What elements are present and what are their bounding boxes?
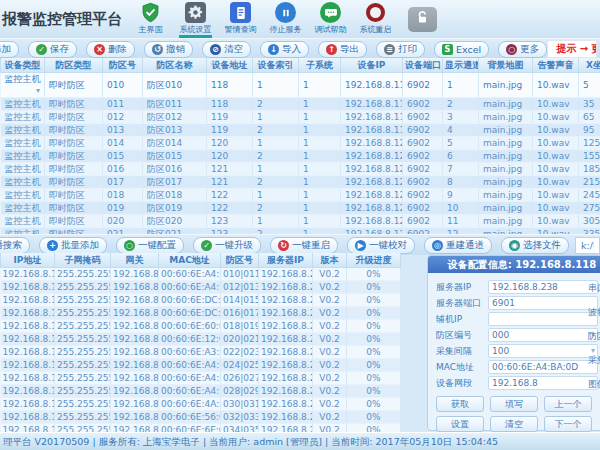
column-header[interactable]: 服务器IP: [259, 253, 313, 268]
cell: 028|029: [221, 385, 259, 398]
column-header[interactable]: 设备地址: [207, 58, 253, 73]
device-type-dropdown-caret[interactable]: ▾: [36, 85, 40, 97]
print-button[interactable]: ≡打印: [376, 41, 425, 58]
table-row[interactable]: 192.168.8.120255.255.255.0192.168.8.100:…: [1, 294, 401, 307]
field-label: 设备网段: [436, 377, 488, 390]
prev-button[interactable]: 上一个: [544, 396, 592, 412]
column-header[interactable]: 防区类型: [45, 58, 103, 73]
one-key-calibrate-button[interactable]: ▶一键校对: [347, 237, 415, 254]
table-row[interactable]: 192.168.8.118255.255.255.0192.168.8.100:…: [1, 268, 401, 281]
table-row[interactable]: 监控主机即时防区011防区01111821192.168.8.11869022m…: [1, 98, 600, 111]
zone-number-select[interactable]: 000▾: [488, 328, 598, 342]
button-label: 清空: [224, 43, 243, 56]
one-key-config-button[interactable]: ○一键配置: [116, 237, 184, 254]
table-row[interactable]: 监控主机即时防区020防区02012311192.168.8.123690211…: [1, 215, 600, 228]
column-header[interactable]: 网关: [111, 253, 159, 268]
upgrade-file-path-input[interactable]: [575, 237, 600, 254]
batch-add-button[interactable]: +批量添加: [39, 237, 107, 254]
table-row[interactable]: 192.168.8.124255.255.255.0192.168.8.100:…: [1, 346, 401, 359]
set-button[interactable]: 设置: [436, 416, 484, 432]
rebuild-channel-button[interactable]: ◎重建通道: [424, 237, 492, 254]
save-button[interactable]: ✓保存: [28, 41, 77, 58]
cell: 015: [103, 150, 143, 163]
table-row[interactable]: 监控主机即时防区015防区01512021192.168.8.12069026m…: [1, 150, 600, 163]
column-header[interactable]: 设备端口: [403, 58, 443, 73]
column-header[interactable]: 设备类型: [1, 58, 45, 73]
column-header[interactable]: MAC地址: [159, 253, 221, 268]
table-row[interactable]: 192.168.8.122255.255.255.0192.168.8.100:…: [1, 320, 401, 333]
undo-button[interactable]: ↺撤销: [144, 41, 193, 58]
cell: 10.wav: [533, 202, 579, 215]
table-row[interactable]: 监控主机即时防区018防区01812211192.168.8.12269029m…: [1, 189, 600, 202]
column-header[interactable]: X坐标: [579, 58, 600, 73]
next-button[interactable]: 下一个: [544, 416, 592, 432]
nav-main-screen[interactable]: 主界面: [128, 0, 173, 38]
clear-button[interactable]: ⊘清空: [202, 41, 251, 58]
nav-system-restart[interactable]: 系统重启: [353, 0, 398, 38]
cell: 192.168.8.238: [259, 320, 313, 333]
nav-system-settings[interactable]: 系统设置: [173, 0, 218, 38]
table-row[interactable]: 192.168.8.126255.255.255.0192.168.8.100:…: [1, 372, 401, 385]
panel-clear-button[interactable]: 清空: [490, 416, 538, 432]
device-subnet-field[interactable]: 192.168.8: [488, 376, 598, 390]
add-button[interactable]: +添加: [0, 41, 19, 58]
import-button[interactable]: ↓导入: [260, 41, 309, 58]
fill-button[interactable]: 填写: [490, 396, 538, 412]
table-row[interactable]: 监控主机即时防区013防区01311921192.168.8.11969024m…: [1, 124, 600, 137]
cell: 6902: [403, 98, 443, 111]
column-header[interactable]: 设备索引: [253, 58, 299, 73]
cell: 11: [443, 215, 479, 228]
delete-button[interactable]: ×删除: [86, 41, 135, 58]
one-key-restart-button[interactable]: ↻一键重启: [270, 237, 338, 254]
table-row[interactable]: 监控主机即时防区016防区01612111192.168.8.12169027m…: [1, 163, 600, 176]
aux-ip-field[interactable]: [488, 312, 598, 326]
column-header[interactable]: IP地址: [1, 253, 55, 268]
cell: 1: [443, 73, 479, 98]
column-header[interactable]: 版本: [313, 253, 347, 268]
column-header[interactable]: 防区号: [103, 58, 143, 73]
table-row[interactable]: 监控主机即时防区012防区01211911192.168.8.11969023m…: [1, 111, 600, 124]
collect-interval-select[interactable]: 100▾: [488, 344, 598, 358]
table-row[interactable]: 192.168.8.129255.255.255.0192.168.8.100:…: [1, 411, 401, 424]
table-row[interactable]: 192.168.8.130255.255.255.0192.168.8.100:…: [1, 424, 401, 433]
column-header[interactable]: 升级进度: [347, 253, 401, 268]
unlock-button[interactable]: [408, 7, 437, 32]
column-header[interactable]: 背景地图: [479, 58, 533, 73]
table-row[interactable]: 监控主机即时防区017防区01712121192.168.8.12169028m…: [1, 176, 600, 189]
column-header[interactable]: 子网掩码: [55, 253, 111, 268]
cell: 192.168.8.1: [111, 333, 159, 346]
separator: |: [322, 436, 331, 447]
column-header[interactable]: 防区名称: [143, 58, 207, 73]
column-header[interactable]: 防区号: [221, 253, 259, 268]
table-row[interactable]: 监控主机▾即时防区010防区01011811192.168.8.11869021…: [1, 73, 600, 98]
column-header[interactable]: 显示通道: [443, 58, 479, 73]
table-row[interactable]: 192.168.8.125255.255.255.0192.168.8.100:…: [1, 359, 401, 372]
get-button[interactable]: 获取: [436, 396, 484, 412]
mac-address-field[interactable]: 00:60:6E:A4:BA:0D: [488, 360, 598, 374]
column-header[interactable]: 子系统: [299, 58, 341, 73]
cell: 016: [103, 163, 143, 176]
excel-button[interactable]: SExcel: [434, 41, 489, 58]
server-ip-field[interactable]: 192.168.8.238: [488, 280, 598, 294]
nav-stop-service[interactable]: 停止服务: [263, 0, 308, 38]
nav-alarm-query[interactable]: 警情查询: [218, 0, 263, 38]
cell: V0.2: [313, 333, 347, 346]
column-header[interactable]: 设备IP: [341, 58, 403, 73]
table-row[interactable]: 192.168.8.123255.255.255.0192.168.8.100:…: [1, 333, 401, 346]
one-key-upgrade-button[interactable]: ✓一键升级: [193, 237, 261, 254]
table-row[interactable]: 监控主机即时防区019防区01912221192.168.8.122690210…: [1, 202, 600, 215]
table-row[interactable]: 192.168.8.128255.255.255.0192.168.8.100:…: [1, 398, 401, 411]
column-header[interactable]: 告警声音: [533, 58, 579, 73]
broadcast-search-button[interactable]: +广播搜索: [0, 237, 30, 254]
more-button[interactable]: ○更多: [498, 41, 547, 58]
choose-file-button[interactable]: ◉选择文件: [501, 237, 569, 254]
server-port-field[interactable]: 6901: [488, 296, 598, 310]
trash-icon: ⊘: [210, 44, 221, 55]
table-row[interactable]: 192.168.8.119255.255.255.0192.168.8.100:…: [1, 281, 401, 294]
table-row[interactable]: 192.168.8.127255.255.255.0192.168.8.100:…: [1, 385, 401, 398]
device-table-container: IP地址子网掩码网关MAC地址防区号服务器IP版本升级进度192.168.8.1…: [0, 253, 401, 432]
nav-debug-help[interactable]: 调试帮助: [308, 0, 353, 38]
table-row[interactable]: 192.168.8.121255.255.255.0192.168.8.100:…: [1, 307, 401, 320]
export-button[interactable]: ↑导出: [318, 41, 367, 58]
table-row[interactable]: 监控主机即时防区014防区01412011192.168.8.12069025m…: [1, 137, 600, 150]
